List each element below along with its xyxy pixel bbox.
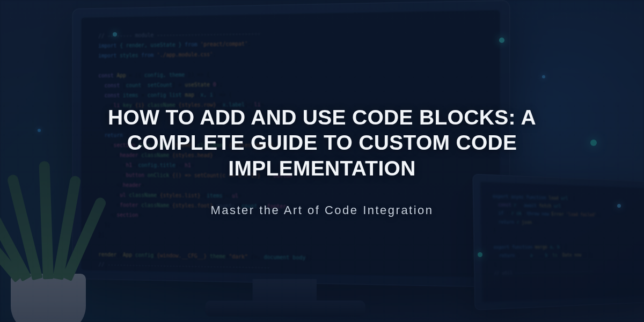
- hero-subtitle: Master the Art of Code Integration: [210, 203, 433, 217]
- hero-title: HOW TO ADD AND USE CODE BLOCKS: A COMPLE…: [59, 105, 585, 181]
- hero-content: HOW TO ADD AND USE CODE BLOCKS: A COMPLE…: [0, 0, 644, 322]
